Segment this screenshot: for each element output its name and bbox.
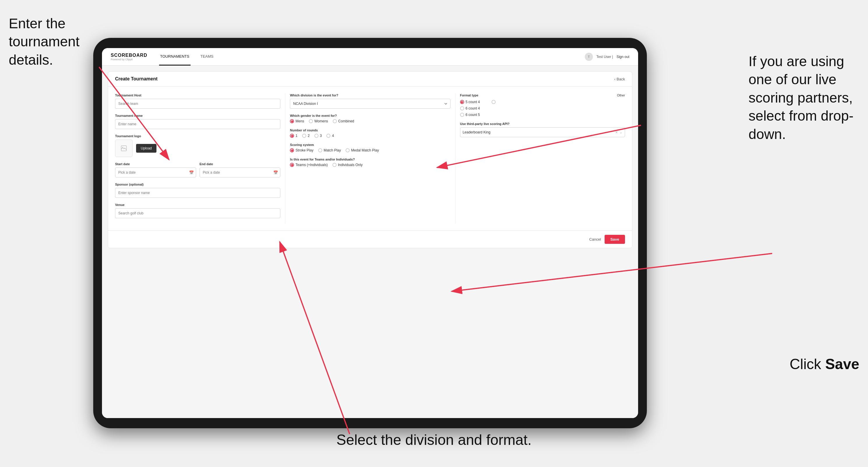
chevron-down-icon: ⌄ bbox=[619, 130, 622, 134]
start-date-input[interactable] bbox=[115, 167, 196, 178]
gender-group: Which gender is the event for? Mens Wome… bbox=[290, 114, 450, 123]
scoring-radio-group: Stroke Play Match Play Medal Match Play bbox=[290, 148, 450, 152]
end-date-input[interactable] bbox=[199, 167, 281, 178]
cancel-button[interactable]: Cancel bbox=[589, 237, 601, 242]
event-individuals[interactable]: Individuals Only bbox=[333, 163, 363, 167]
nav-tab-tournaments[interactable]: TOURNAMENTS bbox=[159, 48, 191, 66]
venue-label: Venue bbox=[115, 203, 280, 207]
format-6count5[interactable]: 6 count 5 bbox=[460, 113, 480, 117]
form-title: Create Tournament bbox=[115, 76, 158, 82]
scoring-label: Scoring system bbox=[290, 143, 450, 147]
radio-combined-circle bbox=[333, 119, 337, 123]
annotation-enter-tournament: Enter the tournament details. bbox=[9, 14, 90, 69]
live-scoring-label: Use third-party live scoring API? bbox=[460, 122, 625, 126]
event-type-label: Is this event for Teams and/or Individua… bbox=[290, 158, 450, 161]
end-date-label: End date bbox=[199, 162, 281, 166]
radio-medal-circle bbox=[346, 148, 350, 152]
sponsor-group: Sponsor (optional) bbox=[115, 183, 280, 198]
radio-teams-circle bbox=[290, 163, 294, 167]
name-label: Tournament name bbox=[115, 114, 280, 117]
radio-stroke-circle bbox=[290, 148, 294, 152]
live-scoring-group: Use third-party live scoring API? Leader… bbox=[460, 122, 625, 137]
name-input[interactable] bbox=[115, 119, 280, 129]
start-date-group: Start date 📅 bbox=[115, 162, 196, 178]
tablet: SCOREBOARD Powered by Clippit TOURNAMENT… bbox=[93, 38, 647, 428]
host-input[interactable] bbox=[115, 99, 280, 109]
scoring-group: Scoring system Stroke Play Match Play bbox=[290, 143, 450, 152]
radio-2-circle bbox=[302, 134, 306, 138]
signout-link[interactable]: Sign out bbox=[617, 55, 629, 59]
rounds-2[interactable]: 2 bbox=[302, 134, 310, 138]
format-group: Format type Other 5 count 4 bbox=[460, 94, 625, 117]
scoring-stroke-play[interactable]: Stroke Play bbox=[290, 148, 313, 152]
scoring-medal-match[interactable]: Medal Match Play bbox=[346, 148, 379, 152]
form-header: Create Tournament Back bbox=[108, 72, 632, 87]
image-icon bbox=[120, 145, 127, 152]
scoring-match-play[interactable]: Match Play bbox=[318, 148, 341, 152]
rounds-4[interactable]: 4 bbox=[326, 134, 334, 138]
form-col-left: Tournament Host Tournament name Tourname… bbox=[115, 94, 285, 223]
nav-bar: SCOREBOARD Powered by Clippit TOURNAMENT… bbox=[102, 48, 638, 66]
tablet-screen: SCOREBOARD Powered by Clippit TOURNAMENT… bbox=[102, 48, 638, 418]
radio-3-circle bbox=[314, 134, 318, 138]
date-row: Start date 📅 End date bbox=[115, 162, 280, 178]
format-other[interactable] bbox=[492, 100, 496, 104]
host-group: Tournament Host bbox=[115, 94, 280, 109]
gender-womens[interactable]: Womens bbox=[309, 119, 328, 123]
rounds-radio-group: 1 2 3 bbox=[290, 134, 450, 138]
gender-mens[interactable]: Mens bbox=[290, 119, 304, 123]
save-button[interactable]: Save bbox=[604, 235, 625, 244]
format-label: Format type bbox=[460, 94, 478, 97]
form-footer: Cancel Save bbox=[108, 230, 632, 248]
radio-womens-circle bbox=[309, 119, 313, 123]
calendar-icon-2: 📅 bbox=[273, 170, 278, 175]
radio-5count4-circle bbox=[460, 100, 464, 104]
form-body: Tournament Host Tournament name Tourname… bbox=[108, 87, 632, 230]
format-radio-group: 5 count 4 6 count 4 6 count 5 bbox=[460, 100, 480, 117]
rounds-label: Number of rounds bbox=[290, 128, 450, 132]
gender-radio-group: Mens Womens Combined bbox=[290, 119, 450, 123]
upload-button[interactable]: Upload bbox=[136, 144, 156, 153]
division-select[interactable]: NCAA Division I bbox=[290, 99, 450, 109]
nav-right: T Test User | Sign out bbox=[585, 53, 629, 61]
radio-1-circle bbox=[290, 134, 294, 138]
logo-upload-area: Upload bbox=[115, 139, 280, 157]
radio-6count4-circle bbox=[460, 106, 464, 111]
nav-tab-teams[interactable]: TEAMS bbox=[199, 48, 215, 66]
back-link[interactable]: Back bbox=[614, 77, 625, 81]
logo-preview bbox=[115, 139, 132, 157]
venue-group: Venue bbox=[115, 203, 280, 218]
rounds-3[interactable]: 3 bbox=[314, 134, 322, 138]
form-container: Create Tournament Back Tournament Host T… bbox=[108, 71, 632, 248]
radio-other-circle bbox=[492, 100, 496, 104]
annotation-division: Select the division and format. bbox=[337, 431, 532, 449]
annotation-save: Click Save bbox=[789, 355, 859, 374]
format-5count4[interactable]: 5 count 4 bbox=[460, 100, 480, 104]
radio-match-circle bbox=[318, 148, 322, 152]
form-col-right: Format type Other 5 count 4 bbox=[455, 94, 625, 223]
live-scoring-select[interactable]: Leaderboard King × ⌄ bbox=[460, 127, 625, 137]
page-content: Create Tournament Back Tournament Host T… bbox=[102, 66, 638, 418]
venue-input[interactable] bbox=[115, 208, 280, 218]
event-type-radio-group: Teams (+Individuals) Individuals Only bbox=[290, 163, 450, 167]
annotation-live-scoring: If you are using one of our live scoring… bbox=[748, 53, 859, 143]
division-label: Which division is the event for? bbox=[290, 94, 450, 97]
event-type-group: Is this event for Teams and/or Individua… bbox=[290, 158, 450, 167]
radio-6count5-circle bbox=[460, 113, 464, 117]
radio-mens-circle bbox=[290, 119, 294, 123]
close-icon[interactable]: × bbox=[615, 130, 618, 134]
start-date-wrap: 📅 bbox=[115, 167, 196, 178]
live-scoring-value: Leaderboard King bbox=[463, 130, 614, 134]
division-group: Which division is the event for? NCAA Di… bbox=[290, 94, 450, 109]
gender-combined[interactable]: Combined bbox=[333, 119, 354, 123]
end-date-wrap: 📅 bbox=[199, 167, 281, 178]
calendar-icon: 📅 bbox=[189, 170, 194, 175]
form-col-mid: Which division is the event for? NCAA Di… bbox=[285, 94, 455, 223]
event-teams[interactable]: Teams (+Individuals) bbox=[290, 163, 328, 167]
format-6count4[interactable]: 6 count 4 bbox=[460, 106, 480, 111]
sponsor-input[interactable] bbox=[115, 188, 280, 198]
rounds-1[interactable]: 1 bbox=[290, 134, 298, 138]
avatar: T bbox=[585, 53, 593, 61]
rounds-group: Number of rounds 1 2 bbox=[290, 128, 450, 138]
nav-tabs: TOURNAMENTS TEAMS bbox=[159, 48, 215, 66]
